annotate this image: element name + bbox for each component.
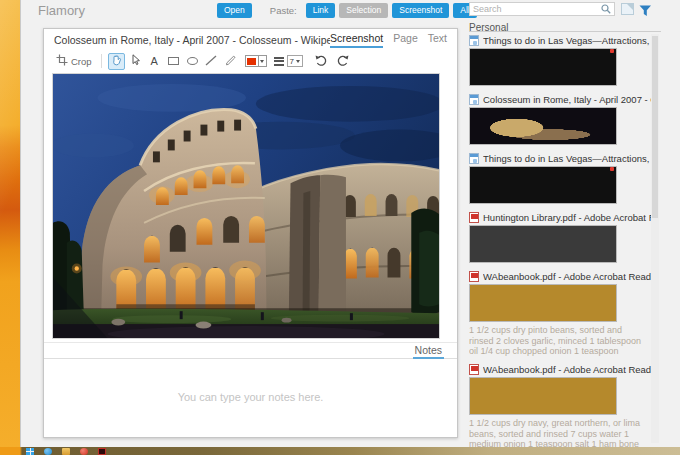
webpage-icon — [469, 35, 479, 46]
item-title: Huntington Library.pdf - Adobe Acrobat R… — [483, 212, 651, 223]
list-item[interactable]: WAbeanbook.pdf - Adobe Acrobat Reader DC… — [469, 363, 651, 447]
ellipse-icon — [187, 57, 198, 65]
search-box — [469, 2, 615, 16]
text-tool-icon: A — [150, 55, 157, 67]
notes-tab-bar: Notes — [44, 342, 457, 359]
scrollbar-thumb[interactable] — [652, 36, 658, 218]
drawing-toolbar: Crop A — [44, 51, 457, 71]
webpage-icon — [469, 153, 479, 164]
search-icon — [601, 0, 611, 18]
tab-notes[interactable]: Notes — [413, 344, 444, 359]
list-item[interactable]: WAbeanbook.pdf - Adobe Acrobat Reader DC… — [469, 270, 651, 356]
acrobat-icon[interactable] — [98, 448, 106, 455]
text-tool-button[interactable]: A — [146, 53, 163, 70]
chevron-down-icon — [260, 60, 264, 63]
pdf-icon — [469, 212, 479, 223]
tab-text[interactable]: Text — [428, 32, 447, 48]
item-title: WAbeanbook.pdf - Adobe Acrobat Reader DC — [483, 271, 651, 282]
redo-button[interactable] — [334, 53, 351, 70]
item-excerpt: 1 1/2 cups dry navy, great northern, or … — [469, 418, 649, 447]
filter-icon[interactable] — [639, 3, 652, 15]
item-thumbnail[interactable] — [469, 48, 617, 86]
flamory-window: Flamory Open Paste: Link Selection Scree… — [20, 0, 680, 447]
item-thumbnail[interactable] — [469, 284, 617, 322]
ellipse-tool-button[interactable] — [184, 53, 201, 70]
color-swatch — [247, 58, 256, 65]
app-title: Flamory — [38, 3, 85, 18]
color-picker[interactable] — [245, 55, 267, 67]
header-controls: Open Paste: Link Selection Screenshot Al… — [217, 2, 477, 18]
crop-label: Crop — [71, 56, 92, 67]
paste-screenshot-button[interactable]: Screenshot — [392, 3, 449, 18]
sidebar-scrollbar[interactable] — [651, 34, 659, 443]
crop-button[interactable]: Crop — [53, 53, 95, 70]
paste-selection-button[interactable]: Selection — [339, 3, 388, 18]
sidebar-section-personal[interactable]: Personal — [469, 17, 661, 32]
thickness-icon — [274, 57, 284, 66]
toolbar-separator — [101, 54, 102, 68]
item-title: Things to do in Las Vegas—Attractions, r… — [483, 35, 651, 46]
desktop-wallpaper — [0, 0, 20, 447]
notes-placeholder: You can type your notes here. — [178, 391, 324, 403]
snapshot-title: Colosseum in Rome, Italy - April 2007 - … — [54, 34, 330, 46]
thickness-dropdown[interactable]: 7 — [287, 55, 303, 67]
list-item[interactable]: Things to do in Las Vegas—Attractions, r… — [469, 152, 651, 204]
notes-input[interactable]: You can type your notes here. — [44, 360, 457, 438]
pdf-icon — [469, 271, 479, 282]
taskbar[interactable] — [0, 447, 680, 455]
history-list: Things to do in Las Vegas—Attractions, r… — [469, 34, 651, 447]
sidebar: Personal Things to do in Las Vegas—Attra… — [463, 0, 680, 447]
pencil-icon — [225, 52, 236, 70]
item-title: WAbeanbook.pdf - Adobe Acrobat Reader DC — [483, 364, 651, 375]
colosseum-photo — [53, 74, 439, 338]
folder-icon[interactable] — [62, 448, 70, 455]
thickness-value: 7 — [290, 57, 294, 66]
paste-label: Paste: — [270, 5, 297, 16]
section-label: Personal — [469, 22, 508, 33]
rectangle-icon — [168, 57, 179, 65]
list-item[interactable]: Huntington Library.pdf - Adobe Acrobat R… — [469, 211, 651, 263]
snapshot-title-row: Colosseum in Rome, Italy - April 2007 - … — [44, 29, 457, 50]
open-button[interactable]: Open — [217, 3, 252, 18]
windows-start-icon[interactable] — [26, 448, 34, 455]
webpage-icon — [469, 94, 479, 105]
screenshot-image-colosseum[interactable] — [52, 73, 440, 339]
chevron-down-icon — [296, 60, 300, 63]
search-input[interactable] — [473, 4, 601, 14]
crop-icon — [56, 52, 68, 70]
hand-icon — [111, 52, 122, 70]
screen: Flamory Open Paste: Link Selection Scree… — [0, 0, 680, 455]
pencil-tool-button[interactable] — [222, 53, 239, 70]
snapshot-panel: Colosseum in Rome, Italy - April 2007 - … — [43, 28, 458, 438]
item-thumbnail[interactable] — [469, 225, 617, 263]
history-controls — [313, 53, 351, 70]
undo-button[interactable] — [313, 53, 330, 70]
item-excerpt: 1 1/2 cups dry pinto beans, sorted and r… — [469, 325, 649, 356]
line-tool-button[interactable] — [203, 53, 220, 70]
rectangle-tool-button[interactable] — [165, 53, 182, 70]
list-item[interactable]: Colosseum in Rome, Italy - April 2007 - … — [469, 93, 651, 145]
item-thumbnail[interactable] — [469, 166, 617, 204]
tab-screenshot[interactable]: Screenshot — [330, 32, 383, 48]
item-thumbnail[interactable] — [469, 107, 617, 145]
pointer-tool-button[interactable] — [127, 53, 144, 70]
pdf-icon — [469, 364, 479, 375]
color-dropdown[interactable] — [259, 55, 267, 67]
new-note-icon[interactable] — [621, 3, 634, 15]
thickness-picker[interactable]: 7 — [274, 55, 303, 67]
line-icon — [205, 52, 217, 70]
color-swatch-box — [245, 55, 259, 67]
list-item[interactable]: Things to do in Las Vegas—Attractions, r… — [469, 34, 651, 86]
item-thumbnail[interactable] — [469, 377, 617, 415]
snapshot-tabs: Screenshot Page Text — [330, 32, 447, 48]
item-title: Colosseum in Rome, Italy - April 2007 - … — [483, 94, 651, 105]
pointer-icon — [130, 52, 141, 70]
paste-link-button[interactable]: Link — [306, 3, 336, 18]
tab-page[interactable]: Page — [393, 32, 418, 48]
hand-tool-button[interactable] — [108, 53, 125, 70]
item-title: Things to do in Las Vegas—Attractions, r… — [483, 153, 651, 164]
browser-icon[interactable] — [44, 448, 52, 455]
app-red-icon[interactable] — [80, 448, 88, 455]
